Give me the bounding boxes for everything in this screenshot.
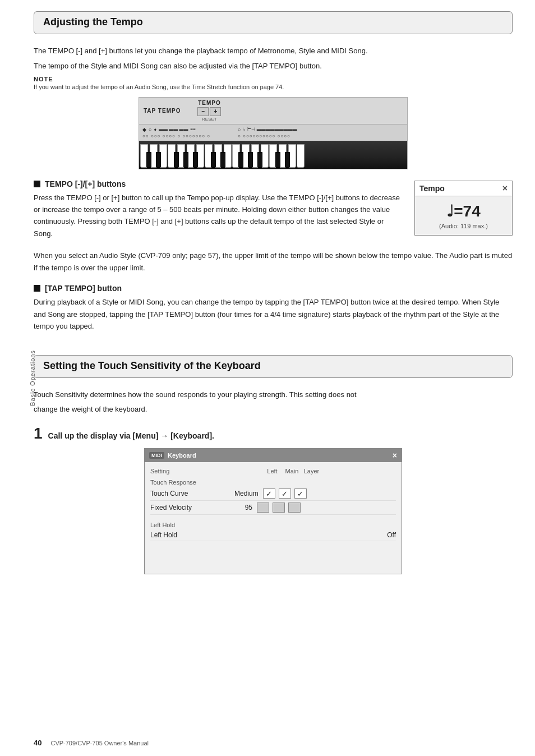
key-w18 [297,144,305,168]
kp-col-main: Main [282,468,302,474]
key-b9 [248,152,253,168]
between-text: When you select an Audio Style (CVP-709 … [34,250,513,274]
key-b4 [183,152,188,168]
kp-fixed-velocity-value: 95 [234,504,257,511]
tempo-popup-close[interactable]: × [502,183,508,193]
key-b8 [238,152,243,168]
panel-icon1: ◆ [142,127,146,132]
kp-fixed-velocity-checks [257,503,396,513]
subsection2: [TAP TEMPO] button During playback of a … [34,284,513,332]
kp-fixed-velocity-main-check[interactable] [273,503,285,513]
panel-lines: ≡≡ [190,127,195,132]
keyboard-keys [139,141,407,169]
kp-empty-space [150,541,396,569]
panel-icon3: ♦ [154,127,156,132]
panel-left: ◆ ○ ♦ ▬▬ ▬▬ ▬▬ ≡≡ ○○ ○○○ ○○○○ ○ ○○○○○○○ … [142,127,232,139]
kp-touch-curve-left-check[interactable] [263,488,275,499]
black-square-icon [34,181,40,187]
key-b10 [257,152,262,168]
key-b7 [220,152,225,168]
subsection2-heading: [TAP TEMPO] button [34,284,513,293]
keyboard-diagram: TAP TEMPO TEMPO − + RESET ◆ [139,97,408,169]
panel-icons: ◆ ○ ♦ ▬▬ ▬▬ ▬▬ ≡≡ [142,127,232,132]
page: Basic Operations Adjusting the Tempo The… [0,0,535,756]
side-label: Basic Operations [29,350,36,406]
section2: Setting the Touch Sensitivity of the Key… [34,355,513,575]
tempo-popup-value: ♩=74 [415,196,512,223]
step1-row: 1 Call up the display via [Menu] → [Keyb… [34,425,513,442]
kp-row-left-hold: Left Hold Off [150,529,396,541]
keyboard-popup-header: MIDI Keyboard × [145,449,402,462]
step1-text: Call up the display via [Menu] → [Keyboa… [48,431,214,440]
key-b3 [174,152,179,168]
section1-title: Adjusting the Tempo [43,16,503,28]
section1-box: Adjusting the Tempo [34,11,513,34]
tempo-btns: − + [197,107,221,116]
panel-bars: ▬▬ ▬▬ ▬▬ [159,127,188,132]
tempo-popup-sub: (Audio: 119 max.) [415,223,512,235]
key-b6 [211,152,216,168]
diagram-area: TAP TEMPO TEMPO − + RESET ◆ [34,97,513,169]
panel-right-bars: ⊢⊣ ▬▬▬▬▬▬▬▬▬ [247,127,297,132]
kp-col-left: Left [262,468,282,474]
kp-fixed-velocity-layer-check[interactable] [288,503,301,513]
subsection1: TEMPO [-]/[+] buttons Tempo × ♩=74 (Audi… [34,179,513,245]
footer-text: CVP-709/CVP-705 Owner's Manual [50,740,149,746]
black-square2-icon [34,285,40,292]
panel-circle-icon: ○ [238,127,241,132]
step1-num: 1 [34,425,43,442]
keyboard-popup-close[interactable]: × [393,451,397,460]
tempo-controls: TEMPO − + RESET [197,100,221,122]
key-b2 [156,152,161,168]
kp-setting-header: Setting [150,468,212,474]
tap-label: TAP TEMPO [144,108,181,114]
kp-touch-curve-label: Touch Curve [150,490,234,497]
keyboard-popup-content: Setting Left Main Layer Touch Response T… [145,462,402,574]
note-label: NOTE [34,76,513,82]
key-b5 [193,152,198,168]
keyboard-popup-title: Keyboard [168,452,196,459]
tempo-popup-header: Tempo × [415,181,512,196]
tempo-plus-btn[interactable]: + [210,107,221,116]
section2-intro2: change the weight of the keyboard. [34,404,513,416]
subsection2-title: [TAP TEMPO] button [45,284,122,293]
kp-header-row: Setting Left Main Layer [150,467,396,477]
kp-fixed-velocity-left-check[interactable] [257,503,269,513]
tempo-popup-title: Tempo [419,184,445,193]
note-text: If you want to adjust the tempo of an Au… [34,84,513,90]
section2-box: Setting the Touch Sensitivity of the Key… [34,355,513,378]
panel-dots: ○○ ○○○ ○○○○ ○ ○○○○○○○ ○ [142,133,232,139]
panel-right-icons: ○ ♭ ⊢⊣ ▬▬▬▬▬▬▬▬▬ [238,127,404,132]
kp-touch-curve-layer-check[interactable] [294,488,307,499]
subsection2-body: During playback of a Style or MIDI Song,… [34,296,513,332]
section2-body: Touch Sensitivity determines how the sou… [34,384,513,575]
section1-intro2: The tempo of the Style and MIDI Song can… [34,61,513,72]
kp-left-hold-label: Left Hold [150,531,234,539]
section1-intro1: The TEMPO [-] and [+] buttons let you ch… [34,45,513,57]
panel-flat-icon: ♭ [243,127,245,132]
tap-tempo-bar: TAP TEMPO TEMPO − + RESET [139,98,407,125]
panel-right: ○ ♭ ⊢⊣ ▬▬▬▬▬▬▬▬▬ ○ ○○○○○○○○○○ ○○○○ [238,127,404,139]
kp-fixed-velocity-label: Fixed Velocity [150,504,234,511]
kp-touch-curve-checks [263,488,396,499]
section2-title: Setting the Touch Sensitivity of the Key… [43,360,503,372]
kp-touch-curve-main-check[interactable] [279,488,291,499]
subsection1-title: TEMPO [-]/[+] buttons [45,179,126,188]
kp-section2-label: Left Hold [150,519,396,529]
kp-left-hold-value: Off [387,531,396,539]
key-b11 [275,152,280,168]
section1-body: The TEMPO [-] and [+] buttons let you ch… [34,40,513,333]
reset-label: RESET [202,117,217,122]
kp-row-touch-curve: Touch Curve Medium [150,487,396,501]
panel-row: ◆ ○ ♦ ▬▬ ▬▬ ▬▬ ≡≡ ○○ ○○○ ○○○○ ○ ○○○○○○○ … [139,125,407,141]
keyboard-popup: MIDI Keyboard × Setting Left Main Layer [144,448,402,574]
key-b12 [285,152,290,168]
page-footer: 40 CVP-709/CVP-705 Owner's Manual [34,739,524,747]
tempo-label: TEMPO [198,100,221,106]
panel-right-dots: ○ ○○○○○○○○○○ ○○○○ [238,133,404,139]
tempo-popup: Tempo × ♩=74 (Audio: 119 max.) [414,181,513,236]
page-number: 40 [34,739,41,747]
tempo-minus-btn[interactable]: − [197,107,209,116]
key-b1 [146,152,151,168]
kp-touch-curve-value: Medium [234,490,263,497]
